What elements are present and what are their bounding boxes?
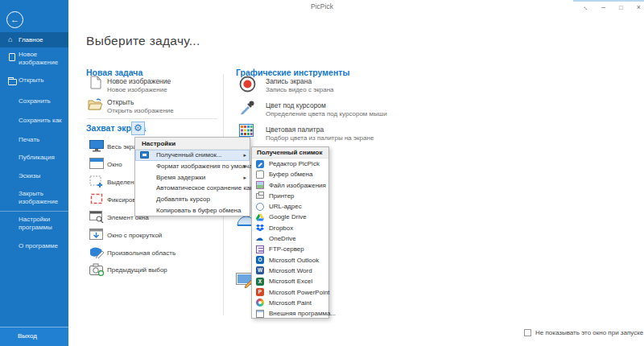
capture-item-label: Окно [107, 161, 122, 168]
item-subtitle: Открыть изображение [107, 107, 174, 114]
sidebar-item-label: Новое изображение [19, 51, 65, 68]
sidebar-item-close-image[interactable]: Закрыть изображение [0, 190, 68, 209]
fixed-region-icon [90, 193, 103, 204]
dont-show-checkbox-label: Не показывать это окно при запуске прогр… [535, 329, 644, 336]
submenu-item-dropbox[interactable]: Dropbox [252, 223, 328, 233]
submenu-item-label: Microsoft Outlook [269, 257, 319, 264]
powerpoint-icon: P [256, 288, 264, 296]
sidebar-item-new-image[interactable]: Новое изображение [0, 51, 68, 70]
color-palette-icon [239, 124, 254, 137]
back-arrow-icon: ← [10, 14, 19, 24]
sidebar-item-label: Эскизы [19, 172, 65, 180]
menu-item-label: Добавлять курсор [156, 196, 210, 203]
item-subtitle: Подбор цвета из палитры на экране [266, 134, 374, 142]
fullscreen-monitor-icon [89, 140, 104, 152]
sidebar-divider [0, 211, 68, 212]
sidebar-item-label: Сохранить [19, 97, 65, 105]
submenu-item-outlook[interactable]: O Microsoft Outlook [252, 255, 328, 266]
document-icon [90, 76, 101, 89]
sidebar-item-home[interactable]: ⌂ Главное [0, 32, 68, 47]
menu-item-autosave-as[interactable]: Автоматическое сохранение как... [135, 183, 250, 194]
sidebar-item-program-settings[interactable]: Настройки программы [0, 216, 68, 235]
item-title: Открыть [107, 98, 134, 106]
submenu-item-clipboard[interactable]: Буфер обмена [252, 169, 328, 179]
region-select-icon [89, 175, 104, 187]
minimize-button[interactable]: – [597, 2, 610, 13]
menu-item-captured-image[interactable]: Полученный снимок... ▸ [135, 150, 250, 161]
close-icon: × [637, 3, 641, 11]
settings-context-menu: Настройки Полученный снимок... ▸ Формат … [134, 137, 250, 216]
submenu-item-url[interactable]: URL-адрес [252, 201, 328, 212]
submenu-item-powerpoint[interactable]: P Microsoft PowerPoint [252, 287, 328, 298]
item-title: Запись экрана [266, 77, 312, 85]
picpick-start-window: PicPick ↔ – □ × ← ⌂ Главное Новое изобра… [0, 0, 644, 346]
google-drive-icon [256, 213, 264, 221]
submenu-item-label: Файл изображения [269, 182, 326, 189]
fullscreen-icon: ↔ [580, 2, 592, 14]
submenu-item-paint[interactable]: Microsoft Paint [252, 298, 328, 308]
submenu-arrow-icon: ▸ [243, 150, 246, 161]
new-image-icon [9, 53, 15, 61]
submenu-item-picpick-editor[interactable]: Редактор PicPick [252, 159, 328, 169]
printer-icon [256, 193, 264, 199]
submenu-item-ftp-server[interactable]: FTP-сервер [252, 244, 328, 254]
repeat-capture-camera-icon [89, 263, 105, 276]
submenu-item-printer[interactable]: Принтер [252, 191, 328, 201]
gear-icon: ⚙ [134, 122, 142, 134]
external-program-icon [256, 310, 264, 318]
capture-item-label: Окно с прокруткой [107, 232, 162, 239]
eyedropper-icon [240, 100, 255, 115]
item-title: Цвет под курсором [266, 101, 326, 109]
capture-item-label: Предыдущий выбор [107, 266, 167, 274]
menu-item-label: Автоматическое сохранение как... [156, 184, 258, 192]
sidebar-item-label: Публикация [19, 154, 65, 162]
submenu-arrow-icon: ▸ [243, 161, 246, 172]
submenu-item-label: Dropbox [269, 224, 293, 232]
title-bar: PicPick ↔ – □ × [0, 0, 644, 14]
item-subtitle: Новое изображение [107, 86, 167, 93]
capture-settings-button[interactable]: ⚙ [131, 122, 145, 135]
submenu-item-label: Буфер обмена [269, 171, 312, 178]
submenu-item-label: Microsoft PowerPoint [269, 289, 330, 296]
submenu-item-label: Принтер [269, 192, 295, 200]
menu-item-copy-to-clipboard[interactable]: Копировать в буфер обмена [135, 205, 250, 216]
dropbox-icon [256, 224, 264, 232]
close-button[interactable]: × [632, 2, 644, 13]
submenu-item-label: Microsoft Paint [269, 299, 312, 307]
submenu-item-label: Google Drive [269, 213, 307, 220]
item-subtitle: Определение цвета под курсором мыши [266, 110, 387, 117]
capture-item-label: Произвольная область [107, 249, 175, 257]
sidebar-item-label: О программе [19, 242, 65, 250]
submenu-item-image-file[interactable]: Файл изображения [252, 180, 328, 191]
back-button[interactable]: ← [6, 11, 23, 28]
submenu-item-external-program[interactable]: Внешняя программа... [252, 308, 328, 319]
menu-item-image-format[interactable]: Формат изображения по умолчанию ▸ [135, 161, 250, 172]
submenu-item-label: FTP-сервер [269, 245, 304, 253]
menu-item-include-cursor[interactable]: Добавлять курсор [135, 194, 250, 205]
excel-icon: X [256, 278, 264, 286]
dont-show-checkbox[interactable] [524, 329, 531, 336]
restore-button[interactable]: □ [614, 2, 628, 13]
submenu-item-excel[interactable]: X Microsoft Excel [252, 276, 328, 286]
scrolling-window-icon [89, 229, 104, 241]
open-folder-icon [8, 79, 17, 85]
menu-item-delay-time[interactable]: Время задержки ▸ [135, 172, 250, 183]
submenu-item-onedrive[interactable]: ☁ OneDrive [252, 233, 328, 244]
image-file-icon [256, 181, 264, 189]
submenu-item-label: Редактор PicPick [269, 160, 320, 167]
window-top-edge [573, 0, 644, 2]
window-control-icon [89, 211, 104, 223]
fullscreen-button[interactable]: ↔ [579, 2, 592, 13]
submenu-item-google-drive[interactable]: Google Drive [252, 212, 328, 222]
captured-image-icon [140, 151, 149, 159]
record-icon [239, 76, 256, 93]
menu-item-label: Формат изображения по умолчанию [156, 163, 265, 170]
submenu-item-word[interactable]: W Microsoft Word [252, 266, 328, 276]
sidebar-exit-strip[interactable]: Выход [0, 327, 68, 346]
submenu-item-label: URL-адрес [269, 203, 302, 210]
paint-icon [256, 299, 264, 307]
context-menu-title: Настройки [135, 138, 250, 150]
restore-icon: □ [619, 4, 623, 11]
item-title: Новое изображение [107, 77, 171, 85]
ftp-server-icon [256, 245, 264, 253]
